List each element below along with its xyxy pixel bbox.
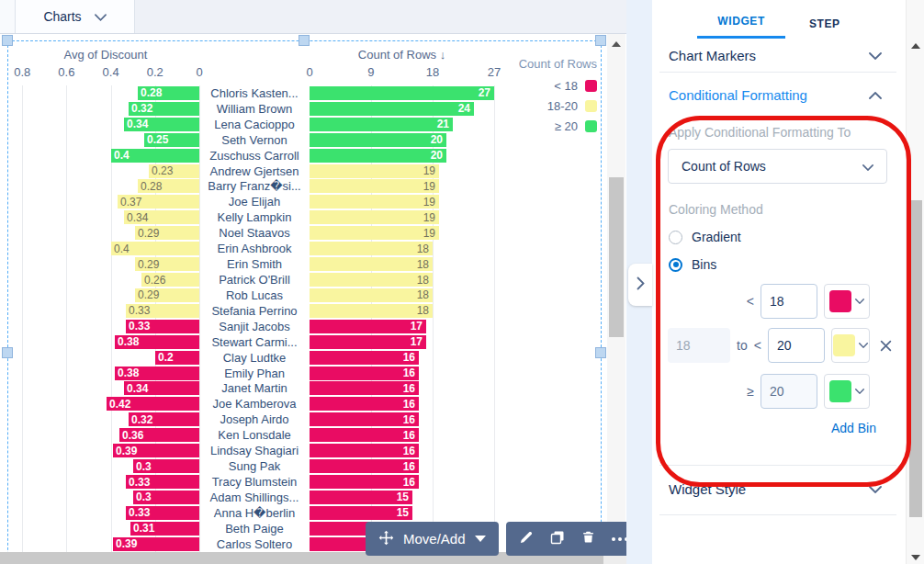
discount-bar[interactable]: 0.34 xyxy=(124,210,199,224)
scroll-up-arrow-icon[interactable] xyxy=(612,41,621,47)
discount-bar[interactable]: 0.32 xyxy=(129,412,199,426)
discount-bar[interactable]: 0.34 xyxy=(124,118,199,131)
add-bin-link[interactable]: Add Bin xyxy=(831,421,876,435)
legend-item[interactable]: 18-20 xyxy=(547,98,597,113)
discount-bar[interactable]: 0.39 xyxy=(113,537,199,551)
count-bar[interactable]: 18 xyxy=(310,257,433,271)
legend-item[interactable]: ≥ 20 xyxy=(555,118,597,133)
discount-bar[interactable]: 0.36 xyxy=(119,428,199,442)
tab-widget[interactable]: WIDGET xyxy=(697,4,785,39)
panel-collapse-button[interactable] xyxy=(628,264,652,306)
scroll-up-arrow-icon[interactable] xyxy=(911,43,920,49)
remove-bin-button[interactable] xyxy=(880,339,892,355)
discount-bar[interactable]: 0.29 xyxy=(135,257,199,271)
count-bar[interactable]: 16 xyxy=(310,428,419,442)
discount-bar[interactable]: 0.38 xyxy=(115,335,199,349)
move-add-button[interactable]: Move/Add xyxy=(366,522,499,556)
bin-3-color-picker[interactable] xyxy=(824,374,870,409)
count-bar[interactable]: 16 xyxy=(310,444,419,457)
discount-bar[interactable]: 0.37 xyxy=(118,195,199,209)
count-bar[interactable]: 18 xyxy=(310,273,433,287)
radio-bins[interactable]: Bins xyxy=(669,256,716,273)
discount-bar[interactable]: 0.4 xyxy=(111,149,199,163)
count-bar[interactable]: 19 xyxy=(310,210,439,224)
discount-bar[interactable]: 0.2 xyxy=(155,351,199,365)
count-bar[interactable]: 16 xyxy=(310,412,419,426)
apply-formatting-select[interactable]: Count of Rows xyxy=(668,149,887,184)
resize-handle[interactable] xyxy=(299,35,310,46)
discount-bar[interactable]: 0.25 xyxy=(144,133,199,147)
count-bar[interactable]: 18 xyxy=(310,288,433,302)
discount-bar[interactable]: 0.29 xyxy=(135,288,199,302)
clone-button[interactable] xyxy=(542,522,573,556)
canvas-vertical-scrollbar[interactable] xyxy=(607,34,625,552)
radio-gradient[interactable]: Gradient xyxy=(669,229,741,245)
bin-2-value-input[interactable] xyxy=(768,328,825,363)
discount-bar[interactable]: 0.33 xyxy=(126,475,199,489)
radio-circle-selected[interactable] xyxy=(669,258,682,272)
count-bar[interactable]: 17 xyxy=(310,320,426,333)
resize-handle[interactable] xyxy=(2,347,13,358)
count-bar[interactable]: 15 xyxy=(310,491,412,504)
count-bar[interactable]: 19 xyxy=(310,164,439,178)
count-bar[interactable]: 20 xyxy=(310,133,446,147)
bin-2-color-picker[interactable] xyxy=(831,328,870,363)
count-bar[interactable]: 15 xyxy=(310,506,412,520)
scrollbar-thumb[interactable] xyxy=(909,200,922,517)
discount-bar[interactable]: 0.32 xyxy=(129,102,199,116)
resize-handle[interactable] xyxy=(595,35,606,46)
discount-bar[interactable]: 0.3 xyxy=(133,459,199,473)
count-bar[interactable]: 19 xyxy=(310,179,439,193)
discount-bar[interactable]: 0.33 xyxy=(126,320,199,333)
discount-bar[interactable]: 0.33 xyxy=(126,506,199,520)
count-bar[interactable]: 16 xyxy=(310,381,419,395)
resize-handle[interactable] xyxy=(595,347,606,358)
count-bar[interactable]: 21 xyxy=(310,118,453,131)
count-bar[interactable]: 20 xyxy=(310,149,446,163)
delete-button[interactable] xyxy=(573,522,604,556)
more-actions-button[interactable] xyxy=(604,522,626,556)
scrollbar-thumb[interactable] xyxy=(609,177,624,337)
count-bar[interactable]: 16 xyxy=(310,397,419,411)
discount-bar[interactable]: 0.38 xyxy=(115,367,199,380)
discount-bar[interactable]: 0.34 xyxy=(124,381,199,395)
count-bar[interactable]: 19 xyxy=(310,226,439,240)
discount-bar[interactable]: 0.29 xyxy=(135,226,199,240)
count-bar[interactable]: 19 xyxy=(310,195,439,209)
section-conditional-formatting[interactable]: Conditional Formatting xyxy=(669,84,882,106)
row-label: Seth Vernon xyxy=(199,133,310,147)
edit-button[interactable] xyxy=(511,522,542,556)
count-bar[interactable]: 24 xyxy=(310,102,474,116)
tab-step[interactable]: STEP xyxy=(789,6,861,39)
discount-bar[interactable]: 0.28 xyxy=(138,86,199,100)
count-bar[interactable]: 16 xyxy=(310,475,419,489)
count-bar[interactable]: 27 xyxy=(310,86,494,100)
bin-1-color-picker[interactable] xyxy=(824,284,870,319)
discount-bar[interactable]: 0.23 xyxy=(149,164,199,178)
count-bar[interactable]: 16 xyxy=(310,459,419,473)
scroll-down-arrow-icon[interactable] xyxy=(911,555,920,560)
legend-item[interactable]: < 18 xyxy=(554,78,597,93)
count-bar[interactable]: 18 xyxy=(310,304,433,318)
count-bar[interactable]: 16 xyxy=(310,351,419,365)
discount-bar[interactable]: 0.39 xyxy=(113,444,199,457)
table-row: 0.26Patrick O'Brill18 xyxy=(0,272,606,288)
bin-1-value-input[interactable] xyxy=(761,284,817,319)
panel-scrollbar[interactable] xyxy=(906,0,924,564)
discount-bar[interactable]: 0.33 xyxy=(126,304,199,318)
section-widget-style[interactable]: Widget Style xyxy=(669,478,882,500)
bin-3-value-input[interactable] xyxy=(761,374,817,409)
radio-circle[interactable] xyxy=(669,231,682,244)
count-bar[interactable]: 16 xyxy=(310,367,419,380)
discount-bar[interactable]: 0.3 xyxy=(133,491,199,504)
discount-bar[interactable]: 0.42 xyxy=(107,397,199,411)
resize-handle[interactable] xyxy=(2,35,13,46)
discount-bar[interactable]: 0.31 xyxy=(130,522,199,536)
discount-bar[interactable]: 0.28 xyxy=(138,179,199,193)
tab-charts[interactable]: Charts xyxy=(16,0,135,33)
count-bar[interactable]: 17 xyxy=(310,335,426,349)
discount-bar[interactable]: 0.26 xyxy=(141,273,199,287)
section-chart-markers[interactable]: Chart Markers xyxy=(669,44,882,66)
count-bar[interactable]: 18 xyxy=(310,242,433,255)
discount-bar[interactable]: 0.4 xyxy=(111,242,199,255)
